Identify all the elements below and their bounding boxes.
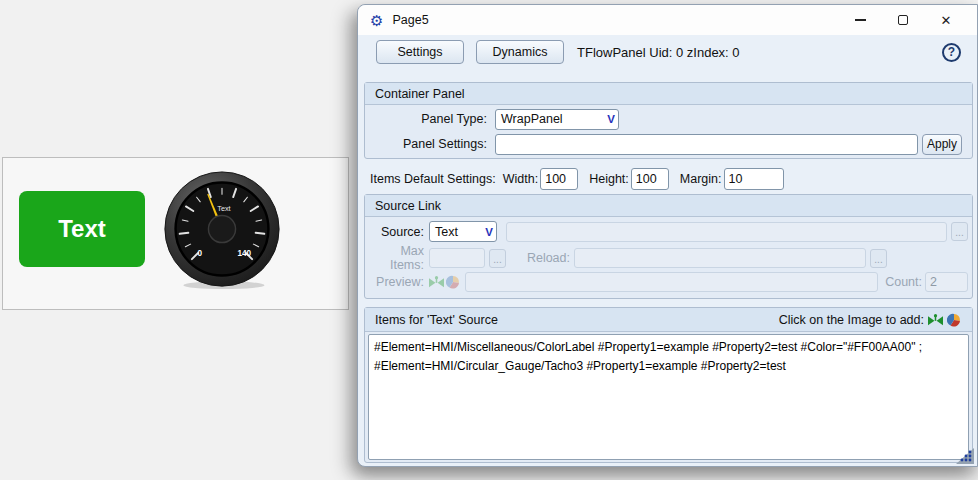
count-input: [925, 272, 968, 292]
max-items-input: [429, 248, 485, 268]
window-title: Page5: [392, 13, 428, 27]
max-items-browse-button: ...: [489, 249, 506, 268]
height-input[interactable]: [631, 168, 669, 190]
margin-label: Margin:: [680, 172, 722, 186]
toolbar: Settings Dynamics TFlowPanel Uid: 0 zInd…: [376, 39, 965, 65]
gauge-max-label: 140: [237, 249, 251, 258]
preview-label: Preview:: [369, 275, 424, 289]
add-hint-text: Click on the Image to add:: [779, 313, 924, 327]
reload-input: [574, 248, 866, 268]
minimize-button[interactable]: [853, 13, 867, 27]
max-items-label: Max Items:: [369, 244, 424, 272]
container-panel-group: Container Panel Panel Type: WrapPanel V …: [364, 82, 973, 159]
max-items-reload-row: Max Items: ... Reload: ...: [369, 248, 968, 268]
height-label: Height:: [589, 172, 629, 186]
apply-button[interactable]: Apply: [922, 134, 962, 155]
items-default-label: Items Default Settings:: [370, 172, 496, 186]
maximize-icon: [898, 15, 908, 25]
settings-tab-button[interactable]: Settings: [376, 40, 464, 64]
width-input[interactable]: [540, 168, 578, 190]
flowpanel-preview: Text: [2, 157, 349, 310]
element-valve-icon: [429, 275, 444, 289]
source-link-group: Source Link Source: Text V ... Max Items…: [364, 194, 973, 299]
window-controls: ✕: [853, 13, 967, 27]
colorlabel-text: Text: [58, 215, 106, 243]
gauge-hub: [208, 215, 235, 242]
source-browse-button[interactable]: ...: [951, 222, 968, 241]
panel-type-label: Panel Type:: [369, 112, 487, 126]
width-label: Width:: [503, 172, 538, 186]
close-icon: ✕: [941, 14, 952, 27]
preview-row: Preview: Count:: [369, 272, 968, 292]
panel-type-dropdown[interactable]: WrapPanel V: [495, 109, 619, 130]
gauge-min-label: 0: [197, 249, 202, 258]
gear-icon: ⚙: [370, 13, 383, 28]
panel-settings-label: Panel Settings:: [369, 137, 487, 151]
items-group: Items for 'Text' Source Click on the Ima…: [364, 307, 973, 463]
items-group-title: Items for 'Text' Source: [375, 313, 498, 327]
reload-browse-button: ...: [870, 249, 887, 268]
chevron-down-icon: V: [485, 226, 493, 238]
panel-type-row: Panel Type: WrapPanel V: [369, 108, 968, 130]
preview-input: [465, 272, 878, 292]
count-label: Count:: [885, 275, 922, 289]
dynamics-tab-button[interactable]: Dynamics: [476, 40, 564, 64]
source-label: Source:: [369, 225, 424, 239]
panel-info-text: TFlowPanel Uid: 0 zIndex: 0: [577, 45, 740, 60]
add-pie-chart-icon[interactable]: [947, 313, 962, 327]
source-row: Source: Text V ...: [369, 221, 968, 242]
items-source-textarea[interactable]: #Element=HMI/Miscellaneous/ColorLabel #P…: [368, 334, 969, 460]
help-icon[interactable]: ?: [942, 43, 961, 62]
items-default-settings-row: Items Default Settings: Width: Height: M…: [370, 167, 784, 191]
maximize-button[interactable]: [896, 13, 910, 27]
panel-type-value: WrapPanel: [501, 112, 563, 126]
resize-grip[interactable]: [956, 448, 974, 464]
pie-chart-icon: [446, 275, 461, 289]
source-link-title: Source Link: [375, 199, 441, 213]
add-hint-area: Click on the Image to add:: [779, 313, 962, 327]
items-group-header: Items for 'Text' Source Click on the Ima…: [365, 308, 972, 332]
source-path-input: [506, 222, 947, 242]
source-link-header: Source Link: [365, 195, 972, 217]
add-element-valve-icon[interactable]: [928, 313, 943, 327]
preview-colorlabel-item[interactable]: Text: [19, 191, 145, 267]
margin-input[interactable]: [724, 168, 784, 190]
source-value: Text: [435, 225, 458, 239]
source-dropdown[interactable]: Text V: [429, 221, 497, 242]
close-button[interactable]: ✕: [939, 13, 953, 27]
container-panel-header: Container Panel: [365, 83, 972, 105]
titlebar[interactable]: ⚙ Page5 ✕: [358, 5, 977, 35]
preview-tacho-gauge-item[interactable]: 0 140 Text: [162, 170, 282, 290]
minimize-icon: [855, 19, 866, 21]
gauge-center-label: Text: [217, 204, 230, 213]
panel-settings-row: Panel Settings: Apply: [369, 133, 968, 155]
chevron-down-icon: V: [607, 113, 615, 125]
container-panel-title: Container Panel: [375, 87, 465, 101]
panel-settings-input[interactable]: [495, 134, 918, 155]
page5-dialog: ⚙ Page5 ✕ Settings Dynamics TFlowPanel U…: [357, 4, 978, 467]
reload-label: Reload:: [508, 251, 570, 265]
